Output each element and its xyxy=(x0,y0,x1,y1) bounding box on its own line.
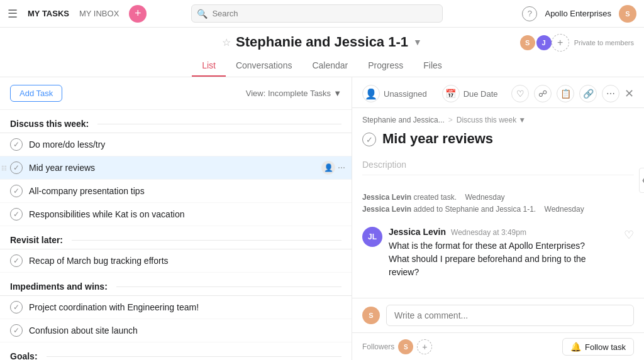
assignee-icon: 👤 xyxy=(362,85,380,102)
task-checkbox[interactable]: ✓ xyxy=(10,324,23,337)
tab-list[interactable]: List xyxy=(192,55,226,77)
nav-right-section: ? Apollo Enterprises S xyxy=(522,5,636,23)
comment-author: Jessica Levin xyxy=(389,227,446,237)
section-divider xyxy=(116,286,341,287)
tab-files[interactable]: Files xyxy=(413,55,452,77)
project-title: Stephanie and Jessica 1-1 xyxy=(236,34,408,50)
private-label: Private to members xyxy=(574,39,634,46)
task-checkbox[interactable]: ✓ xyxy=(10,161,23,174)
right-panel: 👤 Unassigned 📅 Due Date ♡ ☍ 📋 🔗 ⋯ ✕ xyxy=(352,77,644,360)
add-button[interactable]: + xyxy=(129,5,147,23)
task-indicators: 👤 ⋯ xyxy=(321,161,345,175)
extra-action-icons: ♡ ☍ 📋 🔗 ⋯ xyxy=(511,85,619,102)
activity-log-entry: Jessica Levin created task. Wednesday Je… xyxy=(362,188,634,219)
section-discuss-this-week: Discuss this week: xyxy=(0,110,352,133)
private-members: S J + Private to members xyxy=(519,34,634,52)
assign-button[interactable]: 👤 Unassigned xyxy=(362,85,427,102)
chevron-down-icon: ▼ xyxy=(333,89,341,98)
search-container: 🔍 xyxy=(191,4,443,23)
star-icon[interactable]: ☆ xyxy=(222,36,231,48)
section-divider xyxy=(97,124,341,124)
breadcrumb: Stephanie and Jessica... > Discuss this … xyxy=(362,116,634,124)
task-name: Mid year reviews xyxy=(29,163,341,173)
follower-avatar-1: S xyxy=(398,339,413,354)
add-member-button[interactable]: + xyxy=(552,34,569,52)
more-icon: ⋯ xyxy=(338,163,345,172)
task-row[interactable]: ✓ All-company presentation tips xyxy=(0,180,352,203)
calendar-icon: 📅 xyxy=(442,85,460,102)
search-input[interactable] xyxy=(191,4,443,23)
top-navigation: ☰ MY TASKS MY INBOX + 🔍 ? Apollo Enterpr… xyxy=(0,0,644,28)
task-checkbox[interactable]: ✓ xyxy=(10,254,23,267)
search-icon: 🔍 xyxy=(197,9,208,19)
task-description[interactable]: Description xyxy=(362,155,634,175)
help-button[interactable]: ? xyxy=(522,6,537,21)
project-header: ☆ Stephanie and Jessica 1-1 ▼ List Conve… xyxy=(0,28,644,77)
breadcrumb-project[interactable]: Stephanie and Jessica... xyxy=(362,116,445,124)
task-row[interactable]: ✓ Recap of March bug tracking efforts xyxy=(0,249,352,273)
section-impediments: Impediments and wins: xyxy=(0,273,352,296)
tab-calendar[interactable]: Calendar xyxy=(302,55,358,77)
task-name: All-company presentation tips xyxy=(29,186,341,196)
task-name: Recap of March bug tracking efforts xyxy=(29,256,341,266)
close-button[interactable]: ✕ xyxy=(625,87,634,101)
task-row[interactable]: ✓ Confusion about site launch xyxy=(0,319,352,342)
copy-icon[interactable]: 📋 xyxy=(557,85,574,102)
tab-conversations[interactable]: Conversations xyxy=(226,55,303,77)
task-checkbox[interactable]: ✓ xyxy=(10,301,23,314)
view-filter[interactable]: View: Incomplete Tasks ▼ xyxy=(246,89,341,98)
current-user-avatar: S xyxy=(362,307,380,324)
chevron-down-icon: ▼ xyxy=(518,116,526,124)
follow-task-button[interactable]: 🔔 Follow task xyxy=(562,338,634,356)
chevron-down-icon[interactable]: ▼ xyxy=(413,37,422,47)
follow-task-label: Follow task xyxy=(585,342,626,352)
heart-icon[interactable]: ♡ xyxy=(511,85,529,102)
bookmark-icon[interactable]: ☍ xyxy=(534,85,552,102)
comment-content: Jessica Levin Wednesday at 3:49pm What i… xyxy=(389,227,618,279)
left-panel: Add Task View: Incomplete Tasks ▼ Discus… xyxy=(0,77,352,360)
member-avatar-2: J xyxy=(535,34,553,52)
breadcrumb-section[interactable]: Discuss this week ▼ xyxy=(457,116,526,124)
project-tabs: List Conversations Calendar Progress Fil… xyxy=(0,55,644,77)
task-name: Do more/do less/try xyxy=(29,139,341,150)
task-row[interactable]: ✓ Responsibilities while Kat is on vacat… xyxy=(0,203,352,226)
add-follower-button[interactable]: + xyxy=(417,339,432,354)
my-inbox-nav[interactable]: MY INBOX xyxy=(79,9,119,18)
left-toolbar: Add Task View: Incomplete Tasks ▼ xyxy=(0,77,352,110)
task-checkbox[interactable]: ✓ xyxy=(10,208,23,221)
task-checkbox[interactable]: ✓ xyxy=(10,185,23,197)
comment-header: Jessica Levin Wednesday at 3:49pm xyxy=(389,227,618,237)
task-row-active[interactable]: ☷ ✓ Mid year reviews 👤 ⋯ xyxy=(0,156,352,180)
user-avatar[interactable]: S xyxy=(619,5,636,23)
right-panel-header: 👤 Unassigned 📅 Due Date ♡ ☍ 📋 🔗 ⋯ ✕ xyxy=(352,77,644,108)
tab-progress[interactable]: Progress xyxy=(358,55,413,77)
company-name: Apollo Enterprises xyxy=(545,9,611,18)
commenter-avatar: JL xyxy=(362,227,382,247)
due-date-button[interactable]: 📅 Due Date xyxy=(442,85,498,102)
task-checkbox[interactable]: ✓ xyxy=(10,138,23,151)
detail-task-title: Mid year reviews xyxy=(382,131,493,147)
right-panel-body: Stephanie and Jessica... > Discuss this … xyxy=(352,108,644,298)
main-content: Add Task View: Incomplete Tasks ▼ Discus… xyxy=(0,77,644,360)
task-name: Project coordination with Engineering te… xyxy=(29,302,341,312)
task-row[interactable]: ✓ Do more/do less/try xyxy=(0,133,352,156)
task-title-row: ✓ Mid year reviews xyxy=(362,131,634,147)
more-icon[interactable]: ⋯ xyxy=(602,85,619,102)
section-divider xyxy=(47,356,341,357)
like-button[interactable]: ♡ xyxy=(624,228,634,242)
comment-input[interactable] xyxy=(386,305,634,326)
due-date-label: Due Date xyxy=(464,89,498,99)
my-tasks-nav[interactable]: MY TASKS xyxy=(28,9,69,18)
link-icon[interactable]: 🔗 xyxy=(579,85,597,102)
add-task-button[interactable]: Add Task xyxy=(10,85,62,102)
task-row[interactable]: ✓ Project coordination with Engineering … xyxy=(0,296,352,319)
member-avatar-1: S xyxy=(519,34,536,52)
task-title-checkbox[interactable]: ✓ xyxy=(362,133,376,146)
hamburger-icon[interactable]: ☰ xyxy=(8,7,18,21)
followers-label: Followers xyxy=(362,342,394,351)
followers-section: Followers S + 🔔 Follow task xyxy=(352,332,644,360)
drag-handle-icon: ☷ xyxy=(1,165,7,172)
breadcrumb-separator: > xyxy=(448,116,453,124)
section-divider xyxy=(72,240,341,241)
task-action-icons: 👤 Unassigned 📅 Due Date ♡ ☍ 📋 🔗 ⋯ xyxy=(362,85,619,102)
